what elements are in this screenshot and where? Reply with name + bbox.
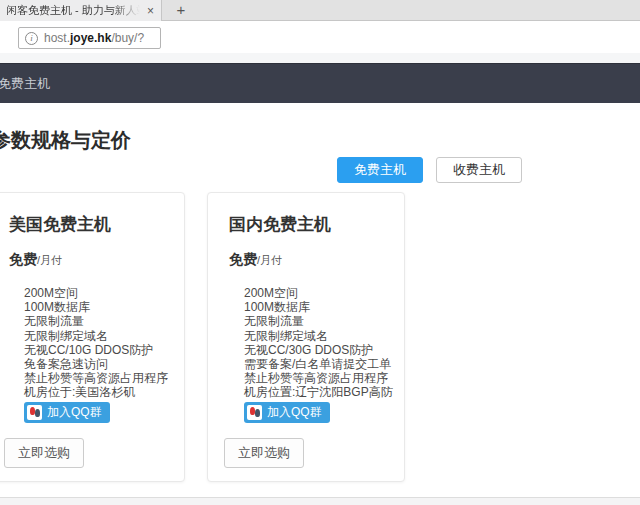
plan-type-toggle: 免费主机 收费主机 (337, 157, 522, 183)
feature-item: 机房位于:美国洛杉矶 (24, 385, 184, 399)
feature-item: 200M空间 (244, 286, 404, 300)
buy-now-button[interactable]: 立即选购 (224, 438, 304, 468)
feature-item: 无视CC/10G DDOS防护 (24, 343, 184, 357)
tab-paid-hosting[interactable]: 收费主机 (436, 157, 522, 183)
tab-strip: 闲客免费主机 - 助力与新人站长能 × + (0, 0, 640, 21)
feature-item: 无限制流量 (24, 314, 184, 328)
page-top-strip (0, 53, 640, 63)
plan-title: 国内免费主机 (229, 213, 404, 236)
tab-title: 闲客免费主机 - 助力与新人站长能 (6, 3, 144, 18)
feature-item: 无视CC/30G DDOS防护 (244, 343, 404, 357)
qq-button-label: 加入QQ群 (47, 404, 102, 421)
plan-price: 免费/月付 (9, 251, 184, 269)
join-qq-group-button[interactable]: 加入QQ群 (244, 402, 330, 423)
new-tab-button[interactable]: + (168, 0, 194, 21)
feature-item: 无限制绑定域名 (24, 329, 184, 343)
qq-button-label: 加入QQ群 (267, 404, 322, 421)
feature-item: 无限制流量 (244, 314, 404, 328)
feature-item: 机房位置:辽宁沈阳BGP高防 (244, 385, 404, 399)
info-icon[interactable]: i (25, 32, 38, 45)
plan-card-domestic: 国内免费主机 免费/月付 200M空间 100M数据库 无限制流量 无限制绑定域… (207, 192, 405, 482)
feature-list: 200M空间 100M数据库 无限制流量 无限制绑定域名 无视CC/10G DD… (9, 286, 184, 400)
join-qq-group-button[interactable]: 加入QQ群 (24, 402, 110, 423)
url-input[interactable]: i host.joye.hk/buy/? (18, 27, 161, 49)
buy-now-button[interactable]: 立即选购 (4, 438, 84, 468)
feature-list: 200M空间 100M数据库 无限制流量 无限制绑定域名 无视CC/30G DD… (229, 286, 404, 400)
price-period: /月付 (37, 254, 62, 266)
close-icon[interactable]: × (144, 3, 157, 19)
url-prefix: host. (44, 31, 70, 45)
tab-free-hosting[interactable]: 免费主机 (337, 157, 423, 183)
qq-group-icon (27, 405, 42, 420)
site-navbar: 免费主机 (0, 63, 640, 103)
feature-item: 100M数据库 (24, 300, 184, 314)
browser-toolbar: i host.joye.hk/buy/? (0, 22, 640, 53)
page-content: 参数规格与定价 免费主机 收费主机 美国免费主机 免费/月付 200M空间 10… (0, 103, 640, 497)
price-value: 免费 (9, 251, 37, 267)
feature-item: 100M数据库 (244, 300, 404, 314)
feature-item: 禁止秒赞等高资源占用程序 (244, 371, 404, 385)
browser-window: 闲客免费主机 - 助力与新人站长能 × + i host.joye.hk/buy… (0, 0, 640, 505)
price-value: 免费 (229, 251, 257, 267)
feature-item: 禁止秒赞等高资源占用程序 (24, 371, 184, 385)
plan-title: 美国免费主机 (9, 213, 184, 236)
plan-price: 免费/月付 (229, 251, 404, 269)
page-title: 参数规格与定价 (0, 127, 131, 154)
url-domain: joye.hk (70, 31, 111, 45)
footer-strip (0, 497, 640, 505)
feature-item: 无限制绑定域名 (244, 329, 404, 343)
qq-group-icon (247, 405, 262, 420)
feature-item: 需要备案/白名单请提交工单 (244, 357, 404, 371)
feature-item: 200M空间 (24, 286, 184, 300)
price-period: /月付 (257, 254, 282, 266)
plan-card-us: 美国免费主机 免费/月付 200M空间 100M数据库 无限制流量 无限制绑定域… (0, 192, 185, 482)
browser-tab[interactable]: 闲客免费主机 - 助力与新人站长能 × (0, 0, 162, 21)
nav-item-free-hosting[interactable]: 免费主机 (0, 71, 58, 97)
url-path: /buy/? (111, 31, 144, 45)
feature-item: 免备案急速访问 (24, 357, 184, 371)
